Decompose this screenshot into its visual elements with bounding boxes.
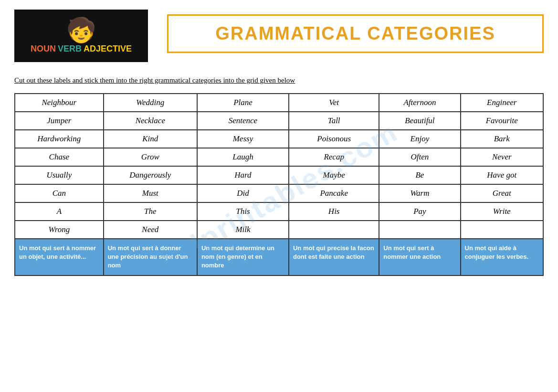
logo-verb-label: VERB — [58, 44, 82, 54]
description-cell: Un mot qui determine un nom (en genre) e… — [197, 239, 289, 275]
table-row: CanMustDidPancakeWarmGreat — [15, 184, 543, 202]
table-cell: Afternoon — [379, 94, 460, 112]
table-cell — [289, 221, 379, 239]
table-cell: Kind — [104, 130, 197, 148]
word-table: NeighbourWeddingPlaneVetAfternoonEnginee… — [14, 93, 544, 276]
logo-adjective-label: ADJECTIVE — [84, 44, 132, 54]
table-row: WrongNeedMilk — [15, 221, 543, 239]
table-cell: Poisonous — [289, 130, 379, 148]
table-cell: Pay — [379, 202, 460, 221]
table-cell: Maybe — [289, 166, 379, 184]
table-cell: Be — [379, 166, 460, 184]
table-cell: Usually — [15, 166, 104, 184]
logo-noun-label: NOUN — [31, 44, 56, 54]
table-cell: Write — [461, 202, 543, 221]
table-cell: Hard — [197, 166, 289, 184]
table-cell: Tall — [289, 112, 379, 130]
table-cell: Did — [197, 184, 289, 202]
table-cell: Have got — [461, 166, 543, 184]
table-cell: Jumper — [15, 112, 104, 130]
table-cell: Recap — [289, 148, 379, 166]
logo-character: 🧒 — [66, 18, 96, 42]
description-cell: Un mot qui sert à nommer un objet, une a… — [15, 239, 104, 275]
title-box: GRAMMATICAL CATEGORIES — [167, 14, 544, 53]
table-row: ChaseGrowLaughRecapOftenNever — [15, 148, 543, 166]
table-cell: Neighbour — [15, 94, 104, 112]
table-cell: Enjoy — [379, 130, 460, 148]
table-cell: Great — [461, 184, 543, 202]
table-cell: Engineer — [461, 94, 543, 112]
table-cell: The — [104, 202, 197, 221]
table-cell: Hardworking — [15, 130, 104, 148]
description-row: Un mot qui sert à nommer un objet, une a… — [15, 239, 543, 275]
table-cell: Laugh — [197, 148, 289, 166]
table-row: UsuallyDangerouslyHardMaybeBeHave got — [15, 166, 543, 184]
table-row: HardworkingKindMessyPoisonousEnjoyBark — [15, 130, 543, 148]
logo-words: NOUN VERB ADJECTIVE — [31, 44, 132, 54]
description-cell: Un mot qui sert à nommer une action — [379, 239, 460, 275]
table-cell: Messy — [197, 130, 289, 148]
table-cell: Wrong — [15, 221, 104, 239]
table-cell: Need — [104, 221, 197, 239]
table-row: JumperNecklaceSentenceTallBeautifulFavou… — [15, 112, 543, 130]
table-cell: Vet — [289, 94, 379, 112]
table-cell: Beautiful — [379, 112, 460, 130]
table-cell — [461, 221, 543, 239]
table-cell: Grow — [104, 148, 197, 166]
table-cell: Dangerously — [104, 166, 197, 184]
table-row: NeighbourWeddingPlaneVetAfternoonEnginee… — [15, 94, 543, 112]
table-cell: A — [15, 202, 104, 221]
page-title: GRAMMATICAL CATEGORIES — [215, 23, 495, 44]
table-cell: Never — [461, 148, 543, 166]
instruction-text: Cut out these labels and stick them into… — [14, 76, 544, 85]
table-cell: Plane — [197, 94, 289, 112]
table-cell: Milk — [197, 221, 289, 239]
table-row: ATheThisHisPayWrite — [15, 202, 543, 221]
table-cell — [379, 221, 460, 239]
table-cell: Must — [104, 184, 197, 202]
header: 🧒 NOUN VERB ADJECTIVE GRAMMATICAL CATEGO… — [14, 10, 544, 62]
table-cell: Pancake — [289, 184, 379, 202]
description-cell: Un mot qui sert à donner une précision a… — [104, 239, 197, 275]
table-cell: Wedding — [104, 94, 197, 112]
table-cell: Warm — [379, 184, 460, 202]
table-cell: Favourite — [461, 112, 543, 130]
table-cell: His — [289, 202, 379, 221]
table-cell: This — [197, 202, 289, 221]
table-cell: Often — [379, 148, 460, 166]
table-cell: Can — [15, 184, 104, 202]
table-cell: Chase — [15, 148, 104, 166]
table-cell: Necklace — [104, 112, 197, 130]
table-cell: Sentence — [197, 112, 289, 130]
description-cell: Un mot qui precise la facon dont est fai… — [289, 239, 379, 275]
table-cell: Bark — [461, 130, 543, 148]
logo-box: 🧒 NOUN VERB ADJECTIVE — [14, 10, 148, 62]
description-cell: Un mot qui aide à conjuguer les verbes. — [461, 239, 543, 275]
